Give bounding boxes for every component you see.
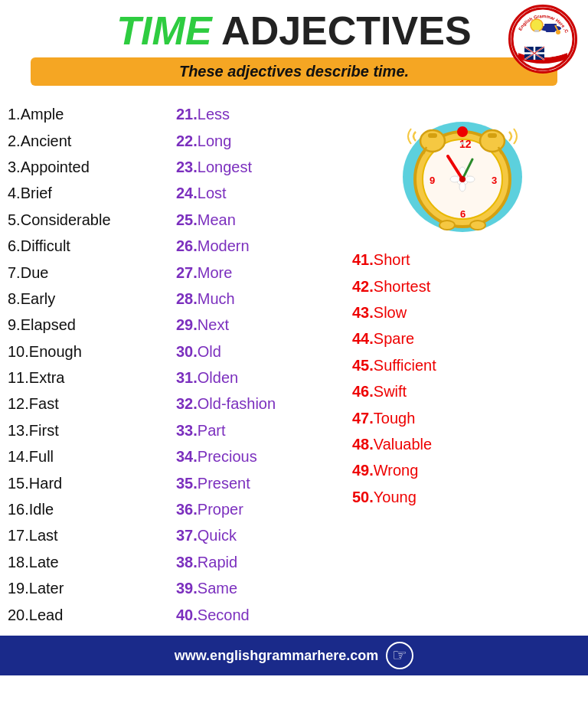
- item-num: 30.: [176, 343, 198, 360]
- svg-point-27: [459, 182, 466, 191]
- item-word: Ample: [21, 106, 64, 123]
- item-word: Mean: [198, 211, 236, 228]
- title-adj: ADJECTIVES: [212, 8, 472, 53]
- item-word: Considerable: [21, 211, 111, 228]
- col-mid: 21.Less22.Long23.Longest24.Lost25.Mean26…: [176, 101, 345, 628]
- item-word: More: [198, 264, 233, 281]
- item-num: 49.: [352, 462, 374, 479]
- list-item: 13.First: [8, 417, 176, 443]
- list-item: 44.Spare: [352, 325, 580, 352]
- list-item: 42.Shortest: [352, 273, 580, 299]
- item-word: Elapsed: [21, 316, 76, 333]
- item-word: Young: [374, 489, 416, 505]
- list-item: 37.Quick: [176, 522, 345, 548]
- item-word: Same: [198, 580, 237, 597]
- list-item: 4.Brief: [8, 180, 176, 206]
- item-word: Quick: [198, 527, 237, 544]
- subtitle-bar: These adjectives describe time.: [31, 57, 557, 86]
- list-item: 40.Second: [176, 602, 345, 628]
- item-num: 19.: [8, 580, 29, 597]
- item-num: 20.: [8, 607, 29, 623]
- item-num: 9.: [8, 316, 21, 333]
- item-word: Due: [21, 264, 49, 281]
- list-item: 1.Ample: [8, 101, 176, 127]
- mid-word-list: 21.Less22.Long23.Longest24.Lost25.Mean26…: [176, 101, 345, 628]
- item-word: Late: [29, 554, 59, 571]
- item-word: Full: [29, 448, 54, 465]
- svg-point-12: [556, 30, 560, 34]
- left-word-list: 1.Ample2.Ancient3.Appointed4.Brief5.Cons…: [8, 101, 176, 628]
- item-word: Much: [198, 290, 235, 307]
- col-right: 12 3 6 9: [345, 101, 580, 628]
- item-word: Swift: [374, 383, 407, 400]
- item-num: 33.: [176, 422, 198, 439]
- item-num: 48.: [352, 436, 374, 453]
- item-num: 29.: [176, 316, 198, 333]
- item-word: Long: [198, 132, 232, 149]
- item-num: 44.: [352, 330, 374, 347]
- subtitle-text: These adjectives describe time.: [179, 63, 409, 80]
- footer: www.englishgrammarhere.com ☞: [0, 636, 588, 675]
- list-item: 38.Rapid: [176, 549, 345, 575]
- item-word: Lead: [29, 607, 64, 623]
- item-num: 15.: [8, 475, 29, 492]
- item-word: Modern: [198, 237, 250, 254]
- item-word: Early: [21, 290, 56, 307]
- item-word: First: [29, 422, 59, 439]
- svg-text:6: 6: [460, 208, 466, 220]
- right-list-area: 41.Short42.Shortest43.Slow44.Spare45.Suf…: [345, 247, 580, 510]
- svg-point-29: [466, 176, 475, 182]
- item-word: Old: [198, 343, 221, 360]
- list-item: 47.Tough: [352, 405, 580, 431]
- item-word: Lost: [198, 185, 227, 201]
- list-item: 21.Less: [176, 101, 345, 127]
- list-item: 3.Appointed: [8, 154, 176, 180]
- item-word: Fast: [29, 395, 59, 412]
- item-num: 50.: [352, 489, 374, 505]
- item-word: Next: [198, 316, 229, 333]
- list-item: 32.Old-fashion: [176, 391, 345, 417]
- item-num: 2.: [8, 132, 21, 149]
- item-word: Longest: [198, 159, 252, 175]
- item-word: Olden: [198, 369, 238, 386]
- svg-point-28: [450, 176, 459, 182]
- item-num: 40.: [176, 607, 198, 623]
- item-word: Sufficient: [374, 357, 436, 374]
- list-item: 25.Mean: [176, 207, 345, 233]
- svg-rect-14: [534, 30, 539, 32]
- item-num: 43.: [352, 304, 374, 321]
- list-item: 18.Late: [8, 549, 176, 575]
- svg-point-40: [439, 221, 455, 230]
- list-item: 6.Difficult: [8, 233, 176, 259]
- item-num: 23.: [176, 159, 198, 175]
- item-num: 41.: [352, 251, 374, 268]
- item-word: Precious: [198, 448, 257, 465]
- item-word: Idle: [29, 501, 54, 518]
- content-area: 1.Ample2.Ancient3.Appointed4.Brief5.Cons…: [0, 98, 588, 628]
- list-item: 10.Enough: [8, 338, 176, 365]
- item-num: 8.: [8, 290, 21, 307]
- item-num: 22.: [176, 132, 198, 149]
- list-item: 17.Last: [8, 522, 176, 548]
- item-word: Part: [198, 422, 226, 439]
- item-word: Shortest: [374, 278, 430, 295]
- page-title: TIME ADJECTIVES: [8, 9, 580, 53]
- item-word: Brief: [21, 185, 52, 201]
- list-item: 5.Considerable: [8, 207, 176, 233]
- list-item: 28.Much: [176, 286, 345, 312]
- item-num: 27.: [176, 264, 198, 281]
- item-num: 24.: [176, 185, 198, 201]
- item-word: Old-fashion: [198, 395, 276, 412]
- item-num: 7.: [8, 264, 21, 281]
- item-word: Less: [198, 106, 230, 123]
- svg-point-41: [470, 221, 485, 230]
- list-item: 50.Young: [352, 484, 580, 510]
- item-word: Rapid: [198, 554, 237, 571]
- item-num: 21.: [176, 106, 198, 123]
- item-num: 35.: [176, 475, 198, 492]
- item-num: 28.: [176, 290, 198, 307]
- item-word: Enough: [29, 343, 82, 360]
- list-item: 46.Swift: [352, 378, 580, 404]
- list-item: 24.Lost: [176, 180, 345, 206]
- item-num: 4.: [8, 185, 21, 201]
